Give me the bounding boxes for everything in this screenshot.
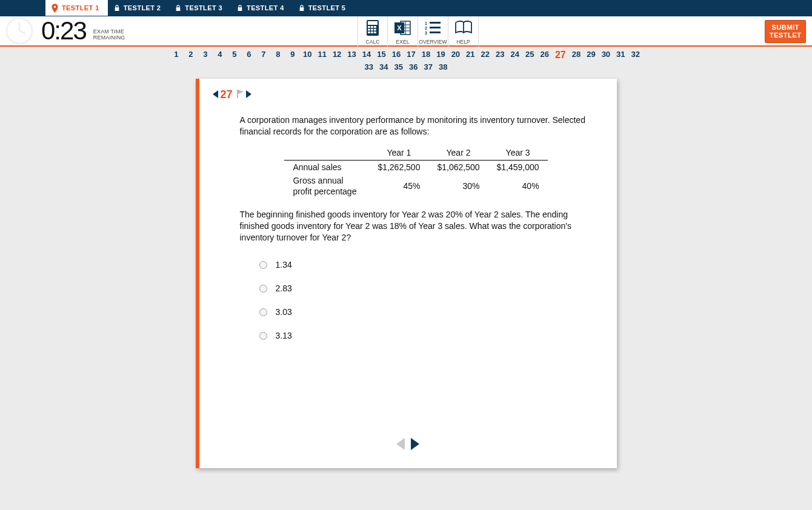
svg-marker-33	[411, 438, 419, 450]
question-nav-31[interactable]: 31	[616, 50, 625, 61]
calculator-icon	[366, 16, 379, 39]
footer-next-arrow[interactable]	[411, 438, 419, 452]
lock-icon	[237, 4, 243, 12]
prev-question-arrow[interactable]	[213, 90, 218, 101]
svg-rect-7	[374, 26, 376, 28]
table-header: Year 1 Year 2 Year 3	[284, 146, 547, 160]
question-nav-33[interactable]: 33	[365, 62, 373, 71]
question-nav-36[interactable]: 36	[409, 62, 418, 71]
option-label: 3.03	[276, 306, 292, 318]
testlet-tab-5[interactable]: TESTLET 5	[293, 0, 354, 16]
clock-icon	[5, 16, 34, 45]
testlet-tab-2[interactable]: TESTLET 2	[108, 0, 170, 16]
question-nav-3[interactable]: 3	[201, 50, 210, 61]
question-nav-37[interactable]: 37	[424, 62, 432, 71]
question-paragraph-1: A corporation manages inventory performa…	[240, 114, 593, 137]
question-nav-16[interactable]: 16	[392, 50, 401, 61]
question-nav-19[interactable]: 19	[436, 50, 445, 61]
help-tool[interactable]: HELP	[448, 16, 479, 47]
svg-text:1: 1	[425, 21, 427, 25]
svg-text:3: 3	[425, 31, 427, 35]
svg-rect-22	[430, 22, 441, 24]
question-nav-5[interactable]: 5	[230, 50, 239, 61]
question-nav-20[interactable]: 20	[451, 50, 460, 61]
question-nav-12[interactable]: 12	[333, 50, 341, 61]
option-label: 1.34	[276, 259, 292, 271]
question-nav-7[interactable]: 7	[259, 50, 268, 61]
next-question-arrow[interactable]	[246, 90, 251, 101]
question-nav-1[interactable]: 1	[172, 50, 181, 61]
list-icon: 123	[425, 16, 442, 39]
pin-icon	[52, 4, 58, 13]
question-nav-18[interactable]: 18	[422, 50, 430, 61]
testlet-tab-3[interactable]: TESTLET 3	[169, 0, 231, 16]
question-nav-2[interactable]: 2	[187, 50, 195, 61]
svg-text:2: 2	[425, 26, 427, 30]
question-nav-24[interactable]: 24	[511, 50, 519, 61]
radio-icon	[259, 332, 267, 340]
question-nav-8[interactable]: 8	[274, 50, 282, 61]
svg-rect-8	[368, 28, 370, 30]
question-nav-38[interactable]: 38	[439, 62, 447, 71]
answer-option-c[interactable]: 3.03	[259, 306, 593, 318]
question-nav-13[interactable]: 13	[347, 50, 356, 61]
option-label: 2.83	[276, 283, 292, 294]
question-nav-29[interactable]: 29	[587, 50, 595, 61]
calc-tool[interactable]: CALC	[358, 16, 388, 47]
question-nav-25[interactable]: 25	[525, 50, 534, 61]
svg-rect-11	[368, 31, 370, 33]
svg-rect-4	[368, 21, 378, 25]
question-paragraph-2: The beginning finished goods inventory f…	[240, 209, 593, 243]
question-nav-27[interactable]: 27	[555, 50, 566, 61]
question-nav-30[interactable]: 30	[602, 50, 610, 61]
question-nav-14[interactable]: 14	[362, 50, 371, 61]
flag-icon[interactable]	[237, 90, 244, 100]
question-nav-15[interactable]: 15	[377, 50, 385, 61]
svg-rect-6	[371, 26, 373, 28]
tools-group: CALC X EXEL 123 OVERVIEW HELP	[358, 16, 479, 47]
question-nav-34[interactable]: 34	[379, 62, 388, 71]
testlet-tabs-bar: TESTLET 1 TESTLET 2 TESTLET 3 TESTLET 4 …	[0, 0, 812, 16]
svg-marker-28	[213, 90, 218, 98]
table-row: Annual sales $1,262,500 $1,062,500 $1,45…	[284, 160, 547, 173]
excel-icon: X	[394, 16, 411, 39]
option-label: 3.13	[276, 330, 292, 342]
svg-rect-10	[374, 28, 376, 30]
financial-table: Year 1 Year 2 Year 3 Annual sales $1,262…	[284, 146, 547, 199]
svg-rect-12	[371, 31, 373, 33]
lock-icon	[299, 4, 305, 12]
answer-options: 1.34 2.83 3.03 3.13	[240, 259, 593, 342]
answer-option-a[interactable]: 1.34	[259, 259, 593, 271]
testlet-tab-1[interactable]: TESTLET 1	[45, 0, 108, 16]
question-nav-22[interactable]: 22	[481, 50, 490, 61]
tab-label: TESTLET 1	[62, 4, 99, 12]
question-nav-21[interactable]: 21	[466, 50, 474, 61]
exel-tool[interactable]: X EXEL	[388, 16, 418, 47]
svg-rect-9	[371, 28, 373, 30]
submit-testlet-button[interactable]: SUBMIT TESTLET	[765, 20, 806, 43]
svg-rect-29	[237, 90, 238, 98]
svg-line-2	[19, 31, 26, 34]
question-nav-26[interactable]: 26	[540, 50, 548, 61]
footer-prev-arrow[interactable]	[396, 438, 405, 452]
table-row: Gross annual profit percentage 45% 30% 4…	[284, 174, 547, 199]
question-nav-23[interactable]: 23	[496, 50, 504, 61]
question-nav-10[interactable]: 10	[303, 50, 311, 61]
question-nav-9[interactable]: 9	[288, 50, 297, 61]
question-nav-28[interactable]: 28	[572, 50, 581, 61]
answer-option-b[interactable]: 2.83	[259, 283, 593, 294]
question-card-wrap: 27 A corporation manages inventory perfo…	[0, 79, 812, 468]
question-nav-35[interactable]: 35	[394, 62, 403, 71]
question-nav-32[interactable]: 32	[631, 50, 640, 61]
question-nav-17[interactable]: 17	[407, 50, 415, 61]
overview-tool[interactable]: 123 OVERVIEW	[418, 16, 448, 47]
question-nav-11[interactable]: 11	[318, 50, 326, 61]
card-footer-nav	[199, 438, 617, 452]
answer-option-d[interactable]: 3.13	[259, 330, 593, 342]
testlet-tab-4[interactable]: TESTLET 4	[231, 0, 293, 16]
question-nav-4[interactable]: 4	[216, 50, 224, 61]
radio-icon	[259, 261, 267, 269]
question-nav-6[interactable]: 6	[245, 50, 253, 61]
question-body: A corporation manages inventory performa…	[213, 101, 599, 342]
tab-label: TESTLET 3	[185, 4, 222, 12]
